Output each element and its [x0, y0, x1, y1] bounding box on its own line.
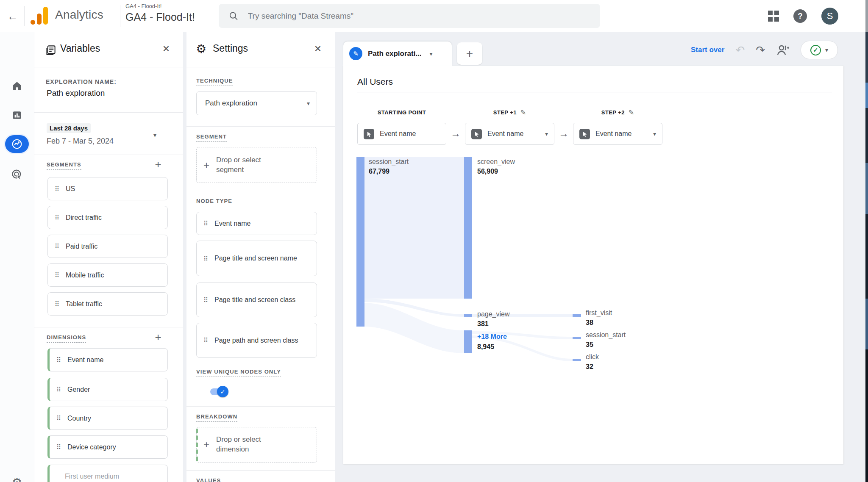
dimension-chip[interactable]: ⠿Event name: [47, 348, 168, 371]
starting-point-header: STARTING POINT: [357, 108, 446, 116]
node-label: page_view: [477, 310, 510, 318]
settings-close-icon[interactable]: ×: [310, 41, 326, 56]
drag-handle-icon[interactable]: ⠿: [55, 301, 59, 307]
breakdown-drop-target[interactable]: + Drop or select dimension: [196, 427, 317, 463]
explore-icon-active[interactable]: [5, 135, 29, 153]
sankey-node-session-start-2[interactable]: [573, 337, 581, 339]
dimension-chip[interactable]: ⠿Gender: [47, 378, 168, 401]
green-drop-edge: [196, 429, 198, 461]
dimension-chip[interactable]: ⠿Country: [47, 407, 168, 430]
redo-icon[interactable]: ↷: [756, 44, 765, 57]
back-icon[interactable]: ←: [4, 8, 21, 25]
property-name-large[interactable]: GA4 - Flood-It!: [125, 11, 195, 23]
sankey-node-more[interactable]: [464, 330, 472, 353]
node-label: click: [586, 353, 599, 361]
avatar[interactable]: S: [821, 8, 838, 25]
step2-caret-icon: ▾: [653, 130, 656, 137]
drag-handle-icon[interactable]: ⠿: [56, 415, 61, 421]
sankey-node-screen-view[interactable]: [464, 157, 472, 299]
undo-icon[interactable]: ↶: [735, 44, 745, 57]
drag-handle-icon[interactable]: ⠿: [55, 243, 59, 249]
node-value: 32: [586, 363, 593, 371]
background-window-edge: [865, 0, 868, 482]
segment-chip[interactable]: ⠿Mobile traffic: [47, 263, 168, 287]
header-divider-2: [120, 5, 120, 27]
more-nodes-link[interactable]: +18 More: [477, 333, 507, 341]
segment-chip[interactable]: ⠿Direct traffic: [47, 206, 168, 229]
admin-gear-icon[interactable]: ⚙: [7, 472, 27, 482]
node-type-chip[interactable]: ⠿Page title and screen class: [196, 283, 317, 317]
date-range[interactable]: Feb 7 - Mar 5, 2024: [47, 137, 114, 146]
step2-node-type[interactable]: Event name ▾: [573, 123, 662, 145]
drag-handle-icon[interactable]: ⠿: [56, 386, 61, 393]
exploration-tab[interactable]: ✎ Path explorati... ▾: [343, 42, 452, 66]
advertising-icon[interactable]: [7, 164, 27, 184]
search-input[interactable]: [247, 11, 590, 21]
node-label: session_start: [369, 158, 409, 166]
add-tab-button[interactable]: +: [457, 42, 482, 65]
segment-chip[interactable]: ⠿Tablet traffic: [47, 292, 168, 316]
exploration-name-label: EXPLORATION NAME:: [46, 78, 117, 85]
step1-node-type[interactable]: Event name ▾: [465, 123, 554, 145]
segment-chip[interactable]: ⠿US: [47, 177, 168, 200]
technique-select[interactable]: Path exploration ▾: [196, 91, 317, 115]
edit-step2-pencil-icon[interactable]: ✎: [629, 108, 634, 116]
reports-icon[interactable]: [7, 105, 27, 125]
approval-status-button[interactable]: ✓ ▾: [801, 41, 838, 59]
node-value: 67,799: [369, 168, 389, 175]
approved-check-icon: ✓: [810, 45, 821, 55]
variables-header: Variables ×: [34, 32, 183, 67]
node-value: 38: [586, 319, 593, 327]
sankey-node-page-view[interactable]: [464, 314, 472, 317]
add-dimension-icon[interactable]: +: [152, 331, 164, 343]
drag-handle-icon[interactable]: ⠿: [203, 220, 208, 227]
add-segment-icon[interactable]: +: [152, 158, 164, 171]
nav-rail: ⚙: [0, 32, 34, 482]
header-actions: ? S: [768, 0, 838, 32]
exploration-name-value[interactable]: Path exploration: [47, 89, 105, 98]
segment-chip[interactable]: ⠿Paid traffic: [47, 235, 168, 258]
approval-caret-icon: ▾: [825, 47, 828, 53]
sankey-node-click[interactable]: [573, 359, 581, 361]
node-value: 381: [477, 320, 489, 328]
starting-point-node-type[interactable]: Event name: [357, 123, 446, 145]
dimension-chip[interactable]: ⠿Device category: [47, 435, 168, 459]
start-over-button[interactable]: Start over: [691, 46, 724, 54]
home-icon[interactable]: [7, 76, 27, 96]
drag-handle-icon[interactable]: ⠿: [55, 214, 59, 221]
variables-panel: Variables × EXPLORATION NAME: Path explo…: [34, 32, 183, 482]
unique-nodes-toggle[interactable]: ✓: [210, 388, 227, 395]
exploration-canvas: All Users STARTING POINT STEP +1 ✎ STEP …: [343, 66, 843, 464]
variables-close-icon[interactable]: ×: [159, 41, 174, 56]
date-caret-icon[interactable]: ▾: [153, 132, 156, 139]
drag-handle-icon[interactable]: ⠿: [56, 357, 61, 363]
search-bar[interactable]: [219, 4, 600, 28]
date-preset[interactable]: Last 28 days: [47, 123, 91, 133]
settings-panel: ⚙ Settings × TECHNIQUE Path exploration …: [186, 32, 335, 482]
node-type-chip[interactable]: ⠿Event name: [196, 212, 317, 235]
drag-handle-icon[interactable]: ⠿: [203, 255, 208, 262]
apps-grid-icon[interactable]: [768, 11, 779, 22]
canvas-controls: Start over ↶ ↷ ✓ ▾: [691, 41, 838, 59]
drag-handle-icon[interactable]: ⠿: [56, 444, 61, 450]
tab-caret-icon[interactable]: ▾: [430, 50, 433, 57]
dimension-chip[interactable]: First user medium: [47, 465, 168, 482]
help-icon[interactable]: ?: [793, 9, 807, 23]
node-type-chip[interactable]: ⠿Page title and screen name: [196, 241, 317, 276]
sankey-node-session-start[interactable]: [356, 157, 364, 327]
analytics-logo-icon: [31, 7, 50, 25]
edit-step1-pencil-icon[interactable]: ✎: [520, 108, 526, 116]
segment-drop-target[interactable]: + Drop or select segment: [196, 147, 317, 183]
node-label: session_start: [586, 331, 626, 339]
technique-caret-icon: ▾: [307, 100, 310, 107]
node-label: first_visit: [586, 309, 612, 317]
node-value: 8,945: [477, 343, 494, 351]
drag-handle-icon[interactable]: ⠿: [203, 337, 208, 343]
share-users-icon[interactable]: [776, 44, 790, 56]
app-name: Analytics: [55, 8, 103, 22]
sankey-node-first-visit[interactable]: [573, 314, 581, 317]
drag-handle-icon[interactable]: ⠿: [203, 297, 208, 303]
node-type-chip[interactable]: ⠿Page path and screen class: [196, 323, 317, 358]
drag-handle-icon[interactable]: ⠿: [55, 272, 59, 278]
drag-handle-icon[interactable]: ⠿: [55, 186, 59, 192]
